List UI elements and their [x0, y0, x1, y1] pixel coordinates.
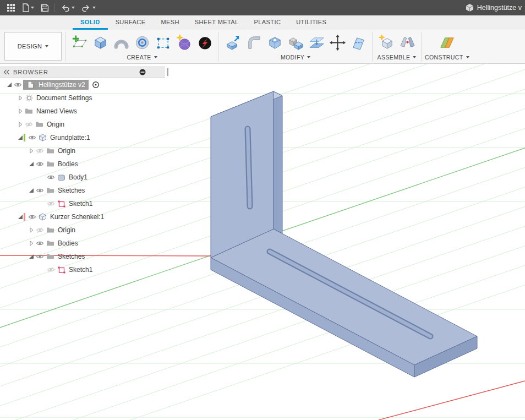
component-color-marker [24, 213, 25, 221]
expand-closed-icon[interactable] [28, 227, 35, 233]
visibility-eye-icon[interactable] [35, 240, 45, 247]
tree-item-label: Named Views [36, 107, 77, 115]
tree-item-sketches[interactable]: Sketches [0, 184, 171, 197]
revolve-button[interactable] [132, 31, 152, 53]
tree-item-grundplatte[interactable]: Grundplatte:1 [0, 131, 171, 144]
shell-button[interactable] [264, 31, 285, 53]
collapse-panel-icon[interactable] [3, 69, 10, 75]
combine-button[interactable] [285, 31, 306, 53]
panel-resize-handle[interactable] [167, 68, 168, 76]
expand-closed-icon[interactable] [17, 108, 24, 114]
modify-dropdown[interactable]: MODIFY [281, 54, 310, 61]
expand-open-icon[interactable] [28, 161, 35, 167]
visibility-eye-icon[interactable] [27, 214, 37, 220]
create-sketch-button[interactable] [69, 31, 90, 53]
tree-item-document-settings[interactable]: Document Settings [0, 91, 171, 105]
visibility-eye-icon[interactable] [13, 81, 23, 88]
automate-button[interactable] [194, 31, 215, 53]
tab-sheet-metal[interactable]: SHEET METAL [187, 15, 247, 30]
tree-item-label: Sketches [58, 187, 85, 194]
tab-plastic[interactable]: PLASTIC [247, 15, 289, 30]
data-panel-grid-icon [7, 3, 15, 12]
revolve-icon [134, 34, 151, 51]
expand-closed-icon[interactable] [28, 148, 35, 154]
tree-item-named-views[interactable]: Named Views [0, 105, 171, 118]
shell-icon [266, 34, 283, 51]
press-pull-button[interactable] [222, 31, 243, 53]
expand-closed-icon[interactable] [28, 241, 35, 246]
tree-item-label: Origin [47, 121, 64, 128]
redo-button[interactable] [78, 1, 99, 14]
tree-item-label: Sketch1 [69, 200, 92, 208]
file-menu-caret-icon [31, 7, 34, 9]
data-panel-button[interactable] [3, 1, 19, 14]
expand-open-icon[interactable] [28, 188, 35, 193]
offset-face-icon [308, 34, 325, 51]
visibility-eye-icon[interactable] [35, 253, 45, 260]
tree-item-origin[interactable]: Origin [0, 223, 171, 237]
create-caret-icon [154, 56, 157, 58]
tree-item-origin[interactable]: Origin [0, 144, 171, 157]
visibility-eye-off-icon[interactable] [46, 200, 56, 207]
workspace-selector[interactable]: DESIGN [4, 32, 62, 61]
sweep-button[interactable] [111, 31, 132, 53]
visibility-eye-icon[interactable] [35, 187, 45, 194]
visibility-eye-off-icon[interactable] [46, 266, 56, 273]
construct-dropdown[interactable]: CONSTRUCT [425, 54, 469, 61]
joint-button[interactable] [397, 31, 418, 53]
expand-closed-icon[interactable] [17, 122, 24, 127]
box-button[interactable] [90, 31, 111, 53]
construction-plane-button[interactable] [436, 31, 457, 53]
tree-item-sketch1[interactable]: Sketch1 [0, 263, 171, 276]
tree-item-label: Kurzer Schenkel:1 [50, 213, 104, 221]
fillet-button[interactable] [243, 31, 264, 53]
tree-item-bodies[interactable]: Bodies [0, 237, 171, 250]
activate-component-icon[interactable] [92, 81, 100, 89]
tab-mesh[interactable]: MESH [153, 15, 187, 30]
tree-item-label: Body1 [69, 173, 88, 181]
visibility-eye-off-icon[interactable] [24, 121, 34, 128]
visibility-eye-icon[interactable] [27, 134, 37, 141]
coil-button[interactable] [173, 31, 194, 53]
expand-open-icon[interactable] [17, 214, 24, 220]
remove-filter-icon[interactable] [139, 68, 146, 76]
offset-face-button[interactable] [306, 31, 327, 53]
tree-item-kurzer-schenkel[interactable]: Kurzer Schenkel:1 [0, 210, 171, 223]
new-component-button[interactable] [376, 31, 397, 53]
tab-solid[interactable]: SOLID [73, 15, 108, 30]
redo-icon [81, 4, 91, 12]
align-button[interactable] [348, 31, 369, 53]
tree-item-bodies[interactable]: Bodies [0, 157, 171, 171]
tree-item-sketch1[interactable]: Sketch1 [0, 197, 171, 210]
tab-surface[interactable]: SURFACE [108, 15, 154, 30]
tab-utilities[interactable]: UTILITIES [288, 15, 334, 30]
visibility-eye-off-icon[interactable] [35, 227, 45, 233]
expand-closed-icon[interactable] [17, 95, 24, 101]
assemble-dropdown[interactable]: ASSEMBLE [378, 54, 417, 61]
expand-open-icon[interactable] [28, 254, 35, 259]
vertical-side-face[interactable] [274, 91, 282, 233]
visibility-eye-icon[interactable] [35, 161, 45, 167]
active-component-marker [24, 134, 25, 141]
group-assemble: ASSEMBLE [376, 31, 418, 61]
file-menu-button[interactable] [19, 1, 37, 14]
create-selection-button[interactable] [152, 31, 173, 53]
create-dropdown[interactable]: CREATE [127, 54, 157, 61]
vertical-front-face[interactable] [211, 91, 274, 258]
move-button[interactable] [327, 31, 348, 53]
tree-item-origin[interactable]: Origin [0, 118, 171, 131]
expand-open-icon[interactable] [6, 82, 13, 88]
modify-label: MODIFY [281, 54, 304, 61]
expand-open-icon[interactable] [17, 135, 24, 140]
tree-item-root[interactable]: Hellingstütze v2 [0, 78, 171, 91]
visibility-eye-icon[interactable] [46, 174, 56, 181]
undo-button[interactable] [57, 1, 78, 14]
visibility-eye-off-icon[interactable] [35, 148, 45, 154]
joint-icon [399, 34, 416, 51]
file-new-icon [22, 3, 29, 12]
save-button[interactable] [37, 1, 52, 14]
create-sketch-icon [71, 34, 88, 51]
sketch-icon [56, 200, 67, 208]
tree-item-sketches[interactable]: Sketches [0, 250, 171, 263]
tree-item-body1[interactable]: Body1 [0, 171, 171, 184]
